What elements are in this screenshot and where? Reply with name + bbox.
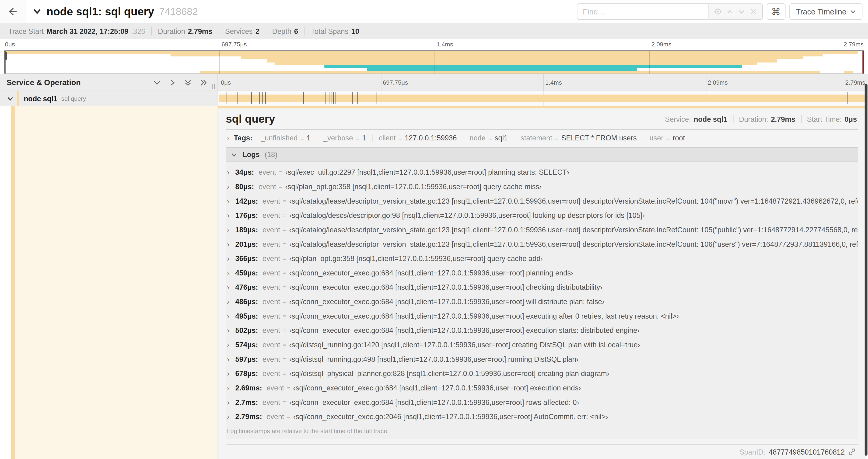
tags-chevron-icon: › (227, 134, 229, 142)
minimap-left-scrubber[interactable] (4, 51, 6, 73)
expand-all-icon[interactable] (184, 78, 192, 87)
log-entry-row[interactable]: ›678μs:event=‹sql/distsql_physical_plann… (227, 366, 858, 381)
log-entry-row[interactable]: ›2.79ms:event=‹sql/conn_executor_exec.go… (227, 409, 858, 424)
timeline-tick-label: 0μs (221, 79, 231, 86)
timeline-tick-label: 1.4ms (437, 41, 453, 47)
minimap-canvas[interactable] (4, 51, 864, 74)
service-color-strip (17, 91, 19, 106)
prev-match-icon[interactable] (726, 8, 734, 15)
log-marker (357, 92, 358, 104)
logs-footnote: Log timestamps are relative to the start… (226, 424, 858, 439)
logs-list: ›34μs:event=‹sql/exec_util.go:2297 [nsql… (226, 162, 858, 424)
find-group (577, 3, 763, 20)
logs-chevron-down-icon (231, 151, 237, 158)
timeline-tick-label: 2.79ms (845, 79, 865, 86)
log-entry-row[interactable]: ›176μs:event=‹sql/catalog/descs/descript… (227, 208, 858, 223)
minimap-right-scrubber[interactable] (862, 51, 864, 73)
span-detail-content: sql query Service:node sql1Duration:2.79… (218, 108, 866, 459)
tags-accordion[interactable]: › Tags: _unfinished=1_verbose=1client=12… (226, 130, 858, 145)
chevron-down-icon (850, 9, 856, 14)
minimap-span-bar (844, 71, 853, 73)
keyboard-shortcuts-button[interactable]: ⌘ (767, 3, 785, 20)
find-input[interactable] (577, 3, 708, 20)
expand-log-chevron-icon: › (227, 254, 236, 263)
log-entry-row[interactable]: ›201μs:event=‹sql/catalog/lease/descript… (227, 237, 858, 251)
log-marker (334, 92, 334, 104)
span-detail-area: sql query Service:node sql1Duration:2.79… (0, 106, 868, 459)
log-marker (376, 92, 377, 104)
log-entry-row[interactable]: ›476μs:event=‹sql/conn_executor_exec.go:… (227, 280, 858, 294)
back-button[interactable] (0, 0, 25, 23)
logs-accordion-header[interactable]: Logs (18) (226, 147, 858, 162)
expand-log-chevron-icon: › (227, 168, 236, 176)
expand-log-chevron-icon: › (227, 369, 236, 378)
expand-collapse-controls (153, 78, 218, 87)
minimap-span-bar (268, 60, 777, 62)
vertical-scrollbar[interactable] (865, 84, 868, 456)
log-entry-row[interactable]: ›189μs:event=‹sql/catalog/lease/descript… (227, 222, 858, 237)
span-operation-name: sql query (61, 95, 86, 102)
service-color-indent-strip (11, 106, 15, 459)
indent-spacer (0, 106, 11, 459)
span-duration-bar[interactable] (219, 94, 868, 102)
log-entry-row[interactable]: ›2.7ms:event=‹sql/conn_executor_exec.go:… (227, 395, 858, 409)
span-detail-indent-column (0, 106, 218, 459)
span-detail-meta: Service:node sql1Duration:2.79msStart Ti… (659, 115, 858, 123)
log-entry-row[interactable]: ›574μs:event=‹sql/distsql_running.go:142… (227, 337, 858, 352)
span-service-name: node sql1 (24, 94, 57, 103)
collapse-trace-chevron-icon[interactable] (33, 7, 41, 16)
minimap-span-bar (170, 54, 823, 57)
minimap-span-bar (4, 51, 858, 54)
expand-one-level-icon[interactable] (153, 78, 161, 87)
find-addon (708, 3, 763, 20)
expand-log-chevron-icon: › (227, 297, 236, 305)
log-entry-row[interactable]: ›459μs:event=‹sql/conn_executor_exec.go:… (227, 265, 858, 280)
span-detail-panel: sql query Service:node sql1Duration:2.79… (218, 106, 866, 459)
log-entry-row[interactable]: ›34μs:event=‹sql/exec_util.go:2297 [nsql… (227, 165, 858, 179)
span-meta-item: Duration:2.79ms (733, 115, 801, 123)
column-resizer[interactable] (212, 84, 215, 89)
timeline-tick-label: 697.75μs (383, 79, 408, 86)
expand-log-chevron-icon: › (227, 412, 236, 421)
service-operation-header-cell: Service & Operation (0, 74, 218, 91)
trace-view-dropdown-label: Trace Timeline (796, 7, 846, 16)
logs-accordion: Logs (18) ›34μs:event=‹sql/exec_util.go:… (226, 147, 858, 439)
log-entry-row[interactable]: ›495μs:event=‹sql/conn_executor_exec.go:… (227, 308, 858, 323)
minimap-span-bar (324, 65, 742, 68)
next-match-icon[interactable] (738, 8, 745, 15)
log-entry-row[interactable]: ›366μs:event=‹sql/plan_opt.go:358 [nsql1… (227, 251, 858, 265)
log-entry-row[interactable]: ›142μs:event=‹sql/catalog/lease/descript… (227, 194, 858, 208)
timeline-minimap: 0μs697.75μs1.4ms2.09ms2.79ms (0, 39, 868, 74)
log-entry-row[interactable]: ›597μs:event=‹sql/distsql_running.go:498… (227, 352, 858, 366)
log-entry-row[interactable]: ›2.69ms:event=‹sql/conn_executor_exec.go… (227, 381, 858, 395)
top-bar-actions: ⌘ Trace Timeline (577, 3, 868, 20)
span-name-cell[interactable]: node sql1 sql query (0, 91, 218, 106)
expand-log-chevron-icon: › (227, 268, 236, 277)
span-tag: _verbose=1 (317, 134, 372, 142)
expand-log-chevron-icon: › (227, 312, 236, 320)
trace-view-dropdown[interactable]: Trace Timeline (789, 3, 862, 20)
clear-find-icon[interactable] (750, 8, 756, 15)
minimap-span-bar (241, 57, 803, 59)
ruler-gridline (380, 74, 381, 91)
collapse-one-level-icon[interactable] (168, 78, 177, 87)
log-marker (847, 92, 847, 104)
top-bar: node sql1: sql query 7418682 ⌘ Trace Tim… (0, 0, 868, 23)
trace-summary-bar: Trace StartMarch 31 2022, 17:25:09.326Du… (0, 23, 868, 39)
match-locate-icon[interactable] (714, 8, 722, 15)
span-row[interactable]: node sql1 sql query (0, 91, 868, 106)
log-entry-row[interactable]: ›502μs:event=‹sql/conn_executor_exec.go:… (227, 323, 858, 337)
minimap-gridline (434, 51, 435, 73)
collapse-all-icon[interactable] (199, 78, 208, 87)
expand-log-chevron-icon: › (227, 182, 236, 191)
arrow-left-icon (7, 6, 18, 17)
span-bar-cell[interactable] (218, 91, 868, 106)
timeline-tick-label: 0μs (5, 41, 15, 47)
expand-log-chevron-icon: › (227, 355, 236, 363)
span-children-chevron-icon[interactable] (6, 95, 14, 102)
log-entry-row[interactable]: ›486μs:event=‹sql/conn_executor_exec.go:… (227, 294, 858, 308)
logs-label: Logs (242, 151, 260, 159)
log-marker (237, 92, 237, 104)
log-entry-row[interactable]: ›80μs:event=‹sql/plan_opt.go:358 [nsql1,… (227, 179, 858, 194)
deep-link-icon[interactable] (848, 448, 856, 456)
